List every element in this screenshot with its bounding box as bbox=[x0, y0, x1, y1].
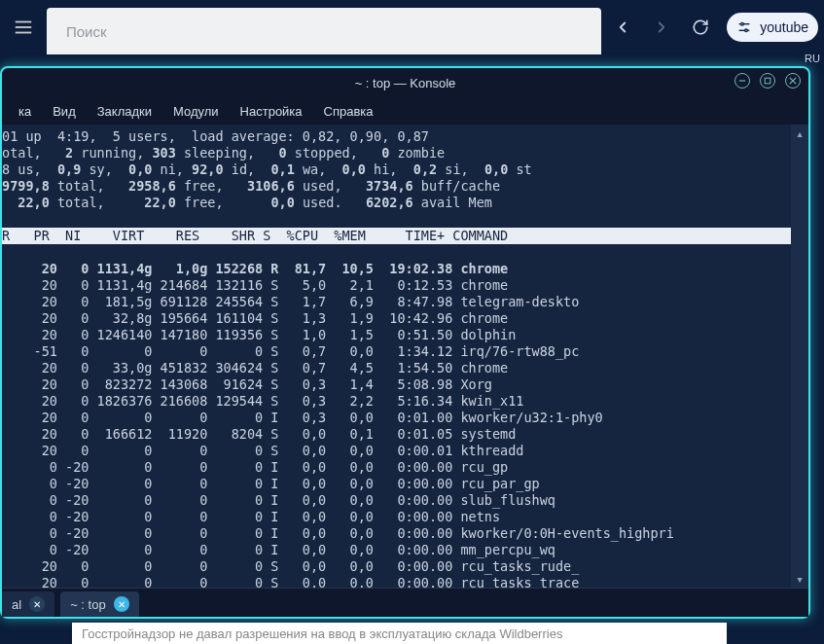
search-input[interactable]: Поиск bbox=[47, 8, 601, 54]
scroll-up-arrow[interactable]: ▴ bbox=[791, 125, 808, 142]
svg-rect-8 bbox=[765, 78, 770, 84]
news-snippet[interactable]: Госстройнадзор не давал разрешения на вв… bbox=[72, 623, 727, 644]
youtube-chip[interactable]: youtube bbox=[727, 13, 818, 42]
terminal-tab-1[interactable]: al ✕ bbox=[2, 591, 54, 617]
window-titlebar[interactable]: ~ : top — Konsole bbox=[2, 68, 808, 97]
window-controls bbox=[734, 73, 801, 89]
search-placeholder: Поиск bbox=[66, 23, 107, 40]
forward-button[interactable] bbox=[649, 15, 674, 40]
settings-sliders-icon bbox=[736, 19, 752, 35]
browser-top-bar: Поиск youtube bbox=[0, 0, 824, 54]
terminal-tab-2[interactable]: ~ : top ✕ bbox=[60, 591, 139, 617]
menu-settings[interactable]: Настройка bbox=[230, 100, 313, 123]
konsole-window: ~ : top — Konsole ка Вид Закладки Модули… bbox=[0, 66, 810, 619]
terminal-tab-strip: al ✕ ~ : top ✕ bbox=[2, 588, 808, 617]
browser-nav-controls: youtube bbox=[604, 0, 824, 54]
news-text: Госстройнадзор не давал разрешения на вв… bbox=[82, 626, 562, 641]
scrollbar[interactable]: ▴ ▾ bbox=[791, 125, 808, 588]
youtube-label: youtube bbox=[760, 19, 808, 35]
menu-bar: ка Вид Закладки Модули Настройка Справка bbox=[2, 97, 808, 125]
language-indicator[interactable]: RU bbox=[805, 53, 820, 64]
minimize-button[interactable] bbox=[734, 73, 750, 89]
refresh-button[interactable] bbox=[688, 15, 713, 40]
scroll-down-arrow[interactable]: ▾ bbox=[791, 570, 808, 588]
menu-edit-partial[interactable]: ка bbox=[8, 100, 42, 123]
back-button[interactable] bbox=[610, 15, 635, 40]
tab-label: ~ : top bbox=[70, 597, 106, 612]
hamburger-button[interactable] bbox=[0, 0, 47, 54]
terminal-viewport[interactable]: 01 up 4:19, 5 users, load average: 0,82,… bbox=[2, 125, 808, 588]
tab-close-icon[interactable]: ✕ bbox=[29, 596, 45, 612]
window-title: ~ : top — Konsole bbox=[355, 76, 456, 90]
maximize-button[interactable] bbox=[760, 73, 775, 89]
menu-help[interactable]: Справка bbox=[313, 100, 384, 123]
svg-point-4 bbox=[741, 22, 744, 25]
menu-plugins[interactable]: Модули bbox=[162, 100, 230, 123]
menu-bookmarks[interactable]: Закладки bbox=[87, 100, 162, 123]
menu-view[interactable]: Вид bbox=[42, 100, 87, 123]
close-button[interactable] bbox=[785, 73, 801, 89]
terminal-text: 01 up 4:19, 5 users, load average: 0,82,… bbox=[2, 128, 801, 588]
svg-point-6 bbox=[745, 29, 748, 32]
tab-label: al bbox=[12, 597, 21, 612]
tab-close-icon[interactable]: ✕ bbox=[114, 596, 129, 612]
